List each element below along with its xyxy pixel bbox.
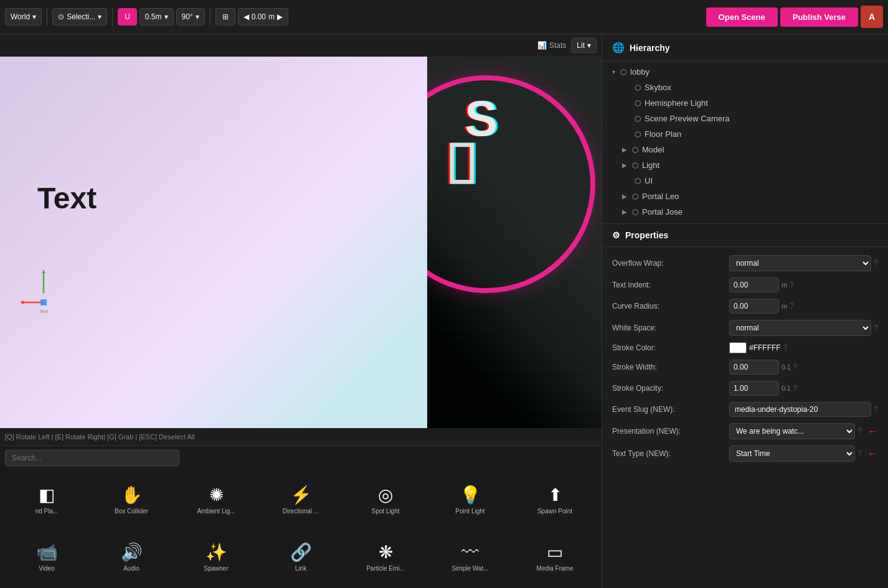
rotation-selector[interactable]: 90° ▾	[176, 8, 205, 26]
help-icon[interactable]: ?	[783, 343, 788, 352]
properties-icon: ⚙	[612, 230, 620, 240]
help-icon[interactable]: ?	[874, 259, 878, 268]
help-icon[interactable]: ?	[874, 324, 878, 332]
world-label: World	[11, 12, 30, 21]
hierarchy-item[interactable]: ▶⬡Model	[602, 142, 888, 157]
grid-size-selector[interactable]: 0.5m ▾	[139, 8, 174, 26]
lit-selector[interactable]: Lit ▾	[571, 38, 597, 53]
property-row: Presentation (NEW):We are being watc...?…	[602, 420, 888, 442]
property-input[interactable]	[729, 278, 779, 292]
world-selector[interactable]: World ▾	[5, 8, 42, 26]
asset-label: Point Light	[455, 508, 484, 515]
hierarchy-item[interactable]: ⬡Scene Preview Camera	[602, 111, 888, 126]
asset-item[interactable]: ◧nd Pla...	[5, 472, 88, 528]
hierarchy-item[interactable]: ⬡Floor Plan	[602, 126, 888, 142]
hierarchy-item[interactable]: ⬡UI	[602, 173, 888, 189]
help-icon[interactable]: ?	[874, 405, 878, 414]
asset-item[interactable]: 💡Point Light	[428, 472, 512, 528]
expand-arrow-icon[interactable]: ▶	[622, 162, 627, 169]
asset-item[interactable]: 🔊Audio	[90, 530, 173, 586]
hierarchy-header: 🌐 Hierarchy	[602, 34, 888, 62]
hierarchy-node-icon: ⬡	[635, 177, 641, 185]
help-icon[interactable]: ?	[793, 363, 797, 371]
grid-icon: ⊞	[222, 12, 229, 21]
property-select[interactable]: We are being watc...	[729, 423, 855, 439]
hierarchy-node-icon: ⬡	[620, 68, 626, 77]
properties-body: Overflow Wrap:normalbreak-word?Text Inde…	[602, 247, 888, 588]
property-input[interactable]	[729, 381, 779, 396]
property-label: Overflow Wrap:	[612, 259, 724, 268]
position-left-icon: ◀	[243, 12, 249, 21]
asset-item[interactable]: ❋Particle Emi...	[344, 530, 427, 586]
asset-item[interactable]: ✋Box Collider	[90, 472, 173, 528]
property-unit: m	[782, 302, 787, 310]
property-row: Text Type (NEW):Start Time?←	[602, 442, 888, 465]
expand-arrow-icon[interactable]: ▶	[622, 193, 627, 200]
hierarchy-node-icon: ⬡	[632, 146, 638, 154]
asset-item[interactable]: 🔗Link	[259, 530, 342, 586]
color-swatch[interactable]	[729, 342, 747, 353]
ubiq-button[interactable]: U	[118, 8, 137, 26]
help-icon[interactable]: ?	[790, 302, 794, 310]
ubiq-icon: U	[125, 12, 130, 21]
open-scene-button[interactable]: Open Scene	[706, 7, 778, 27]
hierarchy-item[interactable]: ⬡Skybox	[602, 80, 888, 95]
expand-arrow-icon[interactable]: ▶	[622, 208, 627, 215]
publish-button[interactable]: Publish Verse	[780, 7, 858, 27]
property-control: normalbreak-word?	[729, 255, 878, 271]
selection-mode[interactable]: ⊙ Selecti... ▾	[52, 8, 107, 26]
arrow-indicator-icon: ←	[867, 425, 878, 438]
hierarchy-item[interactable]: ▶⬡Portal Leo	[602, 189, 888, 204]
grid-toggle[interactable]: ⊞	[215, 8, 235, 26]
help-icon[interactable]: ?	[857, 449, 862, 458]
property-label: Text Type (NEW):	[612, 449, 724, 458]
svg-text:Text: Text	[39, 309, 49, 314]
viewport-canvas[interactable]: Text Text	[0, 57, 602, 428]
rotation-value: 90°	[182, 12, 193, 21]
asset-item[interactable]: ✺Ambient Lig...	[174, 472, 258, 528]
asset-item[interactable]: 📹Video	[5, 530, 88, 586]
stats-button[interactable]: 📊 Stats	[537, 41, 566, 50]
property-unit: m	[782, 281, 787, 289]
user-avatar[interactable]: A	[861, 6, 883, 28]
asset-icon: ◧	[39, 487, 55, 504]
help-icon[interactable]: ?	[790, 281, 794, 289]
hierarchy-item[interactable]: ▶⬡Portal Jose	[602, 204, 888, 220]
asset-icon: ⬆	[548, 487, 562, 504]
properties-title: Properties	[625, 230, 668, 240]
expand-arrow-icon[interactable]: ▶	[622, 146, 627, 153]
property-select[interactable]: normalnowrap	[729, 320, 871, 336]
asset-label: nd Pla...	[35, 508, 59, 515]
search-input[interactable]	[5, 450, 179, 466]
property-select[interactable]: normalbreak-word	[729, 255, 871, 271]
asset-item[interactable]: 〰Simple Wat...	[428, 530, 512, 586]
hierarchy-item[interactable]: ▾⬡lobby	[602, 64, 888, 80]
property-select[interactable]: Start Time	[729, 446, 855, 462]
transform-gizmo: Text	[19, 268, 68, 320]
property-input[interactable]	[729, 360, 779, 375]
hierarchy-item[interactable]: ⬡Hemisphere Light	[602, 95, 888, 111]
asset-item[interactable]: ✨Spawner	[174, 530, 258, 586]
asset-item[interactable]: ⚡Directional ...	[259, 472, 342, 528]
asset-icon: 〰	[461, 544, 479, 561]
stats-label: Stats	[549, 41, 566, 50]
hierarchy-item-label: Model	[642, 145, 664, 154]
asset-item[interactable]: ▭Media Frame	[513, 530, 597, 586]
hierarchy-item[interactable]: ▶⬡Light	[602, 157, 888, 173]
property-control: We are being watc...?←	[729, 423, 878, 439]
help-icon[interactable]: ?	[793, 384, 797, 393]
help-icon[interactable]: ?	[857, 427, 862, 436]
position-control[interactable]: ◀ 0.00 m ▶	[238, 8, 288, 26]
hierarchy-node-icon: ⬡	[632, 192, 638, 201]
asset-item[interactable]: ◎Spot Light	[344, 472, 427, 528]
hierarchy-node-icon: ⬡	[635, 114, 641, 123]
svg-marker-1	[42, 269, 45, 273]
property-input[interactable]	[729, 299, 779, 314]
asset-item[interactable]: ⬆Spawn Point	[513, 472, 597, 528]
property-control: ?	[729, 402, 878, 417]
asset-label: Spawner	[204, 565, 228, 572]
hierarchy-node-icon: ⬡	[632, 208, 638, 217]
search-bar-area	[0, 446, 602, 470]
property-text-input[interactable]	[729, 402, 871, 417]
expand-arrow-icon[interactable]: ▾	[612, 68, 615, 75]
